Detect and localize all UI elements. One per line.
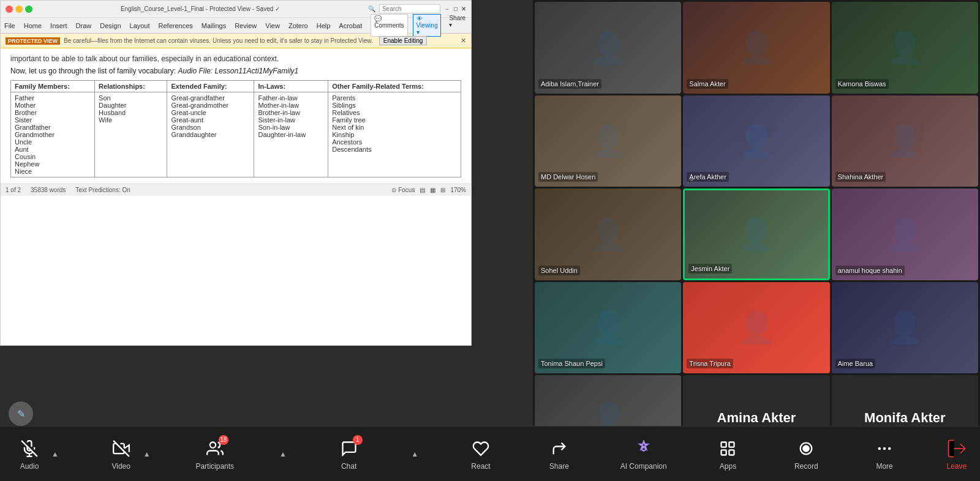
more-button[interactable]: More [867,438,902,471]
participant-name-sohel: Sohel Uddin [538,266,580,275]
cell-members: FatherMotherBrotherSisterGrandfatherGran… [11,92,95,177]
svg-point-13 [879,447,880,449]
word-count: 35838 words [31,187,66,193]
window-close[interactable]: ✕ [461,6,466,12]
svg-rect-6 [722,442,726,447]
search-input[interactable] [379,4,440,13]
window-restore[interactable]: □ [454,6,458,12]
doc-subtitle: important to be able to talk about our f… [10,54,461,63]
participants-button[interactable]: 18 Participants [195,438,234,471]
tab-layout[interactable]: Layout [130,22,150,29]
audio-group: Audio ▲ [12,438,60,471]
participant-name-adiba: Adiba Islam,Trainer [538,79,601,89]
share-button[interactable]: Share [542,438,576,471]
react-button[interactable]: React [464,438,498,471]
tab-design[interactable]: Design [100,22,121,29]
tab-help[interactable]: Help [317,22,331,29]
enable-editing-button[interactable]: Enable Editing [379,36,428,45]
word-window: English_Course_Level-1_Final - Protected… [0,0,472,346]
focus-mode[interactable]: ⊙ Focus [391,187,415,193]
participant-tile-jesmin: 👤 Jesmin Akter [683,188,829,280]
record-button[interactable]: Record [789,438,823,471]
leave-icon [946,438,968,460]
tab-zotero[interactable]: Zotero [288,22,308,29]
tab-draw[interactable]: Draw [76,22,92,29]
col-header-members: Family Members: [11,81,95,92]
ai-companion-button[interactable]: AI Companion [620,438,667,471]
edit-pen-button[interactable]: ✎ [9,401,33,426]
apps-button[interactable]: Apps [710,438,745,471]
participant-tile-sohel: 👤 Sohel Uddin [535,188,681,280]
audio-line: Now, let us go through the list of famil… [10,67,461,75]
text-predictions: Text Predictions: On [75,187,130,193]
svg-point-5 [641,446,646,450]
tab-acrobat[interactable]: Acrobat [339,22,362,29]
leave-label: Leave [947,462,967,471]
participant-tile-adiba: 👤 Adiba Islam,Trainer [535,2,681,94]
doc-ribbon: File Home Insert Draw Design Layout Refe… [1,18,471,34]
ai-companion-icon [635,440,652,457]
participants-count: 18 [219,435,228,445]
window-minimize[interactable]: － [444,5,450,13]
svg-rect-8 [729,450,734,455]
participants-caret[interactable]: ▲ [278,449,288,460]
participant-name-arefa: Arefa Akther [687,172,729,182]
viewing-btn[interactable]: 👁 Viewing ▾ [413,14,442,37]
record-icon [797,440,815,457]
col-header-inlaws: In-Laws: [254,81,328,92]
view-web[interactable]: ⊞ [440,187,445,193]
participant-name-kamona: Kamona Biswas [835,79,889,89]
participant-name-shahina: Shahina Akther [835,172,886,182]
react-icon [472,440,489,457]
protected-view-bar: PROTECTED VIEW Be careful—files from the… [1,34,471,48]
col-header-extended: Extended Family: [167,81,254,92]
tab-home[interactable]: Home [24,22,42,29]
video-muted-icon [113,440,130,457]
svg-point-11 [804,446,809,451]
protected-label: PROTECTED VIEW [6,37,60,45]
cell-relationships: SonDaughterHusbandWife [95,92,167,177]
participant-name-delwar: MD Delwar Hosen [538,172,598,182]
participant-name-salma: Salma Akter [687,79,728,89]
tab-references[interactable]: References [159,22,193,29]
tab-file[interactable]: File [4,22,15,29]
participant-tile-salma: 👤 Salma Akter [683,2,829,94]
chat-caret[interactable]: ▲ [410,449,420,460]
video-button[interactable]: Video [104,438,138,471]
svg-rect-7 [729,442,734,447]
cell-extended: Great-grandfatherGreat-grandmotherGreat-… [167,92,254,177]
audio-button[interactable]: Audio [12,438,47,471]
close-btn[interactable] [6,6,13,13]
participant-name-anamul: anamul hoque shahin [835,266,905,275]
ai-companion-label: AI Companion [620,462,667,471]
tab-insert[interactable]: Insert [50,22,67,29]
video-area: 👤 Adiba Islam,Trainer 👤 Salma Akter 👤 Ka… [533,0,980,481]
leave-button[interactable]: Leave [946,438,968,471]
minimize-btn[interactable] [15,6,23,13]
share-icon [551,440,568,457]
participant-name-trisna: Trisna Tripura [687,359,733,368]
cell-inlaws: Father-in-lawMother-in-lawBrother-in-law… [254,92,328,177]
participant-name-tonima: Tonima Shaun Pepsi [538,359,605,368]
audio-caret[interactable]: ▲ [50,449,60,460]
participant-name-jesmin: Jesmin Akter [688,264,732,274]
col-header-relationships: Relationships: [95,81,167,92]
tab-mailings[interactable]: Mailings [202,22,226,29]
share-btn[interactable]: Share ▾ [446,14,469,37]
doc-title: English_Course_Level-1_Final - Protected… [32,6,368,12]
participant-large-name-monifa: Monifa Akter [864,410,945,426]
more-icon [876,440,893,457]
microphone-muted-icon [21,440,38,457]
zoom-level: 170% [450,187,466,193]
video-caret[interactable]: ▲ [142,449,152,460]
comments-btn[interactable]: 💬 Comments [371,14,407,37]
tab-review[interactable]: Review [235,22,257,29]
participant-tile-kamona: 👤 Kamona Biswas [832,2,978,94]
chat-button[interactable]: 1 Chat [332,438,366,471]
view-print[interactable]: ▦ [430,187,435,193]
tab-view[interactable]: View [265,22,280,29]
page-count: 1 of 2 [6,187,21,193]
protected-bar-close[interactable]: ✕ [461,37,466,45]
view-normal[interactable]: ▤ [420,187,425,193]
maximize-btn[interactable] [25,6,32,13]
